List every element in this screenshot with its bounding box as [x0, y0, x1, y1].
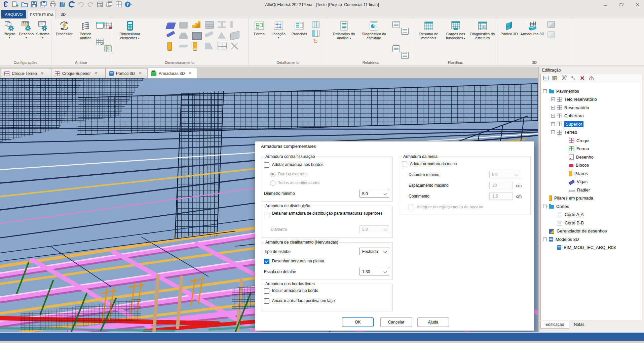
delete-icon[interactable]	[579, 75, 585, 81]
ribbon-diagnostico-estrutura-button[interactable]: Diagnóstico da estrutura	[360, 20, 388, 40]
radio-todas-continuidades[interactable]: Todas as continuidades	[270, 180, 320, 186]
tree-item-desenho[interactable]: Desenho	[541, 153, 642, 161]
sapata-icon[interactable]	[179, 33, 188, 39]
armacao-laje-icon[interactable]	[312, 21, 319, 28]
cancel-button[interactable]: Cancelar	[380, 317, 412, 327]
consolo-icon[interactable]	[205, 43, 213, 49]
expand-icon[interactable]	[551, 122, 555, 126]
tree-item-corte-aa[interactable]: Corte A-A	[541, 211, 642, 219]
escada-icon[interactable]	[192, 21, 200, 28]
doctab-croqui-terreo[interactable]: Croqui-Térreo ✕	[1, 68, 51, 78]
radio-icon[interactable]	[270, 180, 275, 186]
tree-item-pilares-prumada[interactable]: Pilares em prumada	[541, 194, 642, 203]
analysis-panel-icon[interactable]	[96, 22, 104, 29]
checkbox-adequar-nervura[interactable]: Adequar ao espaçamento da nervura	[409, 205, 483, 210]
atualizar-icon[interactable]: ↻	[312, 39, 319, 45]
tab-arquivo[interactable]: ARQUIVO	[1, 10, 26, 18]
tree-item-pavimentos[interactable]: Pavimentos	[541, 87, 642, 95]
parede-icon[interactable]	[205, 21, 214, 29]
save-button[interactable]	[30, 1, 38, 8]
tree-item-superior[interactable]: Superior	[541, 120, 642, 128]
grelha-incendio-icon[interactable]	[218, 42, 227, 49]
pilar-icon[interactable]	[167, 42, 172, 51]
relatorio-listagem-icon[interactable]	[392, 45, 400, 52]
ribbon-dimensionar-elementos-button[interactable]: Dimensionar elementos	[114, 20, 145, 40]
ribbon-desenho-button[interactable]: Desenho ▾	[18, 20, 34, 39]
laje-icon[interactable]	[165, 23, 176, 29]
checkbox-icon[interactable]	[409, 205, 414, 210]
ribbon-resumo-materiais-button[interactable]: Resumo de materiais	[416, 20, 441, 40]
qicloud-button[interactable]	[68, 1, 75, 8]
tree-item-teto-reservatorio[interactable]: Teto reservatório	[541, 95, 642, 104]
tab-estrutura[interactable]: ESTRUTURA	[28, 10, 56, 19]
ok-button[interactable]: OK	[342, 317, 374, 327]
ribbon-locacao-button[interactable]: Locação ▾	[269, 20, 288, 39]
verify-structure-icon[interactable]	[96, 39, 104, 45]
ribbon-forma-button[interactable]: Forma	[251, 20, 268, 36]
ribbon-portico-3d-button[interactable]: Pórtico 3D	[500, 20, 519, 36]
tree-item-modelos-3d[interactable]: Modelos 3D	[541, 235, 642, 244]
tab-edificacao[interactable]: Edificação	[540, 321, 569, 329]
add-pavement-icon[interactable]	[570, 75, 576, 81]
diametro-minimo-combo[interactable]: 5.0	[359, 190, 389, 198]
tree-item-reservatorio[interactable]: Reservatório	[541, 103, 642, 112]
tree-item-bim-mod[interactable]: BIM_MOD_IFC_ARQ_R03	[541, 244, 642, 252]
checkbox-desenhar-nervuras[interactable]: Desenhar nervuras na planta	[264, 259, 324, 264]
bloco-icon[interactable]	[179, 22, 188, 29]
close-button[interactable]	[634, 1, 641, 8]
close-tab-icon[interactable]: ✕	[188, 71, 191, 76]
escala-detalhe-combo[interactable]: 1:30	[359, 268, 389, 275]
pan-view-button[interactable]	[96, 1, 104, 8]
collapse-icon[interactable]	[543, 238, 547, 241]
help-button[interactable]: ?	[124, 1, 132, 8]
checkbox-adotar-mesa[interactable]: Adotar armadura da mesa	[402, 162, 457, 167]
redo-button[interactable]	[87, 1, 94, 8]
relatorio-barras-icon[interactable]	[401, 52, 409, 59]
diametro-mesa-combo[interactable]: 5.0	[489, 171, 520, 178]
ribbon-relatorios-analise-button[interactable]: Relatórios da análise	[331, 20, 357, 40]
ribbon-processar-button[interactable]: Processar	[54, 20, 75, 36]
house-section-icon[interactable]	[588, 75, 595, 81]
close-tab-icon[interactable]: ✕	[139, 71, 142, 76]
tree-item-cortes[interactable]: Cortes	[541, 202, 642, 211]
tree-item-radier[interactable]: Radier	[541, 186, 642, 194]
doctab-portico-3d[interactable]: Pórtico 3D ✕	[106, 68, 147, 78]
tree-item-blocos[interactable]: Blocos	[541, 161, 642, 170]
tree-item-corte-bb[interactable]: Corte B-B	[541, 219, 642, 227]
library-button[interactable]	[59, 1, 66, 8]
tree-item-vigas[interactable]: Vigas	[541, 178, 642, 186]
tree-item-terreo[interactable]: Térreo	[541, 128, 642, 137]
ribbon-diagnostico-planilha-button[interactable]: Diagnóstico da estrutura	[470, 20, 495, 40]
restore-button[interactable]	[618, 1, 625, 8]
checkbox-checked-icon[interactable]	[264, 259, 269, 264]
checkbox-incluir-bordo[interactable]: Incluir armadura no bordo	[264, 288, 318, 294]
doctab-armaduras-3d[interactable]: Armaduras 3D ✕	[147, 68, 197, 79]
open-button[interactable]	[21, 1, 28, 8]
minimize-button[interactable]	[602, 1, 609, 8]
diametro-distribuicao-combo[interactable]: 5.0	[359, 225, 389, 233]
ribbon-cargas-fundacoes-button[interactable]: Cargas nas fundações	[443, 20, 469, 40]
tree-item-cobertura[interactable]: Cobertura	[541, 112, 642, 120]
tree-edit-icon[interactable]	[552, 75, 558, 81]
ribbon-armaduras-3d-button[interactable]: Armaduras 3D	[520, 20, 545, 36]
solido-3d-icon[interactable]	[547, 21, 555, 28]
tab-notas[interactable]: Notas	[569, 321, 589, 328]
caixa-icon[interactable]	[192, 32, 202, 40]
checkbox-detalhar-distribuicao[interactable]: Detalhar armadura de distribuição para a…	[264, 211, 385, 218]
vento-icon[interactable]	[230, 43, 239, 49]
expand-icon[interactable]	[551, 97, 555, 101]
new-project-button[interactable]	[11, 1, 19, 8]
checkbox-icon[interactable]	[264, 298, 269, 304]
print-button[interactable]	[49, 1, 56, 8]
pilar-dimensao-icon[interactable]	[312, 30, 319, 37]
tipo-estribo-combo[interactable]: Fechado	[359, 248, 389, 255]
close-tab-icon[interactable]: ✕	[94, 71, 98, 76]
grid-check-model-icon[interactable]	[104, 22, 112, 29]
cobrimento-input[interactable]: 1.5	[489, 192, 513, 200]
viga-metalica-icon[interactable]	[204, 31, 214, 37]
viga-icon[interactable]	[166, 31, 175, 38]
perfil-i-icon[interactable]	[218, 21, 226, 28]
ribbon-portico-unifilar-button[interactable]: Pórtico unifilar	[76, 20, 95, 40]
tree-item-gerenciador-desenhos[interactable]: Gerenciador de desenhos	[541, 227, 642, 235]
window-tile-button[interactable]	[115, 1, 122, 8]
